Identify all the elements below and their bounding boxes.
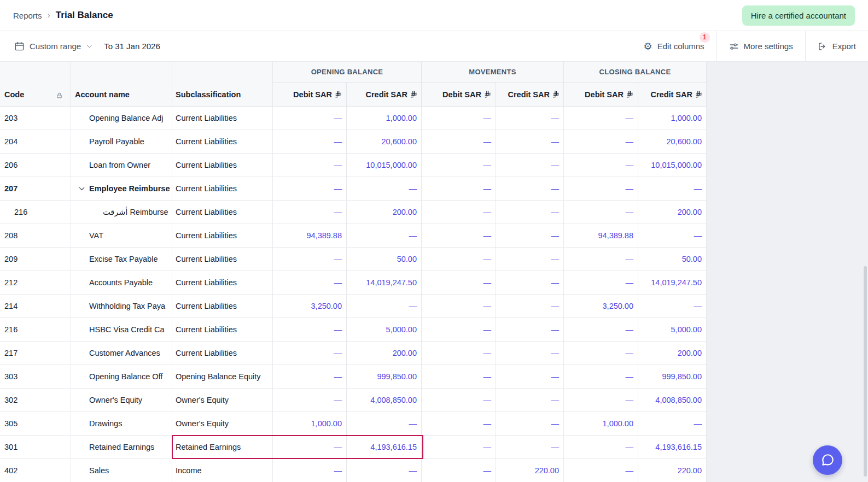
column-header-movements-debit[interactable]: Debit SAR — [422, 83, 496, 106]
cell-movements-credit: — — [496, 107, 564, 130]
saudi-riyal-symbol-icon — [410, 91, 417, 98]
cell-movements-debit: — — [422, 201, 496, 224]
column-header-closing-debit[interactable]: Debit SAR — [564, 83, 638, 106]
cell-closing-credit: 200.00 — [638, 342, 707, 365]
page-title: Trial Balance — [56, 10, 113, 21]
column-header-closing-credit[interactable]: Credit SAR — [638, 83, 707, 106]
cell-movements-credit: — — [496, 342, 564, 365]
table-row[interactable]: 204 Payroll Payable Current Liabilities … — [0, 130, 707, 154]
cell-movements-debit: — — [422, 459, 496, 482]
cell-opening-credit: — — [347, 459, 422, 482]
cell-movements-debit: — — [422, 248, 496, 271]
cell-movements-debit: — — [422, 436, 496, 459]
saudi-riyal-symbol-icon — [484, 91, 491, 98]
column-header-opening-debit[interactable]: Debit SAR — [273, 83, 347, 106]
cell-closing-debit: — — [564, 342, 638, 365]
table-row[interactable]: 305 Drawings Owner's Equity 1,000.00 — —… — [0, 412, 707, 436]
cell-opening-credit: — — [347, 412, 422, 435]
cell-movements-credit: 220.00 — [496, 459, 564, 482]
breadcrumb-reports-link[interactable]: Reports — [13, 11, 42, 20]
cell-closing-debit: — — [564, 389, 638, 412]
cell-closing-credit: — — [638, 412, 707, 435]
row-subclassification: Current Liabilities — [176, 255, 237, 263]
cell-movements-credit: — — [496, 177, 564, 200]
cell-closing-credit: 1,000.00 — [638, 107, 707, 130]
table-row[interactable]: 207 Employee Reimburse Current Liabiliti… — [0, 177, 707, 201]
row-code: 217 — [4, 349, 18, 357]
cell-movements-debit: — — [422, 342, 496, 365]
saudi-riyal-symbol-icon — [626, 91, 633, 98]
table-row[interactable]: 206 Loan from Owner Current Liabilities … — [0, 154, 707, 177]
cell-closing-debit: — — [564, 459, 638, 482]
cell-opening-credit: 200.00 — [347, 201, 422, 224]
export-button[interactable]: Export — [805, 31, 868, 62]
cell-opening-debit: 94,389.88 — [273, 224, 347, 247]
group-header-opening-balance: OPENING BALANCE Debit SAR Credit SAR — [273, 62, 422, 106]
column-header-account-name[interactable]: Account name — [71, 62, 172, 106]
breadcrumb: Reports › Trial Balance — [13, 10, 113, 21]
row-code: 207 — [4, 184, 18, 193]
column-header-code[interactable]: Code — [0, 62, 71, 106]
hire-accountant-button[interactable]: Hire a certified accountant — [742, 5, 855, 26]
row-subclassification: Current Liabilities — [176, 114, 237, 122]
to-date-label: To 31 Jan 2026 — [104, 42, 160, 51]
cell-closing-debit: — — [564, 201, 638, 224]
cell-closing-credit: 5,000.00 — [638, 318, 707, 341]
table-row[interactable]: 217 Customer Advances Current Liabilitie… — [0, 342, 707, 365]
column-header-movements-credit[interactable]: Credit SAR — [496, 83, 564, 106]
row-subclassification: Current Liabilities — [176, 302, 237, 310]
more-settings-button[interactable]: More settings — [716, 31, 805, 62]
row-account-name: Drawings — [89, 419, 122, 428]
table-row[interactable]: 216 أشرقت Reimburse Current Liabilities … — [0, 201, 707, 224]
cell-opening-debit: — — [273, 365, 347, 388]
row-subclassification: Current Liabilities — [176, 208, 237, 216]
cell-opening-credit: 999,850.00 — [347, 365, 422, 388]
cell-closing-credit: 999,850.00 — [638, 365, 707, 388]
cell-opening-debit: — — [273, 318, 347, 341]
table-row[interactable]: 212 Accounts Payable Current Liabilities… — [0, 271, 707, 295]
row-expand-chevron-icon[interactable] — [78, 185, 86, 193]
cell-movements-debit: — — [422, 365, 496, 388]
column-header-subclassification[interactable]: Subclassification — [172, 62, 273, 106]
cell-closing-credit: 14,019,247.50 — [638, 271, 707, 294]
export-label: Export — [832, 42, 856, 51]
cell-movements-debit: — — [422, 318, 496, 341]
cell-opening-credit: 4,008,850.00 — [347, 389, 422, 412]
table-row[interactable]: 216 HSBC Visa Credit Ca Current Liabilit… — [0, 318, 707, 342]
table-row[interactable]: 203 Opening Balance Adj Current Liabilit… — [0, 107, 707, 130]
table-row[interactable]: 402 Sales Income — — — 220.00 — 220.00 — [0, 459, 707, 482]
breadcrumb-separator-icon: › — [48, 10, 50, 20]
edit-columns-button[interactable]: ⚙ Edit columns 1 — [632, 31, 716, 62]
table-row[interactable]: 301 Retained Earnings Retained Earnings … — [0, 436, 707, 459]
row-account-name: أشرقت Reimburse — [103, 208, 168, 216]
table-row[interactable]: 303 Opening Balance Off Opening Balance … — [0, 365, 707, 389]
cell-closing-debit: — — [564, 271, 638, 294]
cell-closing-credit: 50.00 — [638, 248, 707, 271]
cell-opening-debit: — — [273, 154, 347, 177]
cell-opening-debit: — — [273, 342, 347, 365]
lock-icon — [56, 92, 63, 99]
table-row[interactable]: 208 VAT Current Liabilities 94,389.88 — … — [0, 224, 707, 248]
cell-movements-credit: — — [496, 154, 564, 177]
row-account-name: Opening Balance Adj — [89, 114, 163, 122]
chat-widget-button[interactable] — [813, 445, 842, 475]
cell-movements-debit: — — [422, 271, 496, 294]
row-code: 204 — [4, 137, 18, 146]
column-header-opening-credit[interactable]: Credit SAR — [347, 83, 422, 106]
edit-columns-label: Edit columns — [657, 42, 704, 51]
calendar-icon — [14, 41, 25, 51]
row-account-name: Excise Tax Payable — [89, 255, 158, 263]
table-row[interactable]: 302 Owner's Equity Owner's Equity — 4,00… — [0, 389, 707, 412]
chevron-down-icon — [86, 43, 93, 50]
vertical-scrollbar[interactable] — [864, 266, 867, 477]
cell-opening-credit: — — [347, 295, 422, 318]
range-label: Custom range — [30, 42, 81, 51]
cell-opening-credit: 200.00 — [347, 342, 422, 365]
cell-closing-credit: 220.00 — [638, 459, 707, 482]
toolbar-actions: ⚙ Edit columns 1 More settings Export — [632, 31, 868, 62]
cell-movements-debit: — — [422, 177, 496, 200]
cell-opening-credit: 1,000.00 — [347, 107, 422, 130]
table-row[interactable]: 214 Withholding Tax Paya Current Liabili… — [0, 295, 707, 318]
date-range-picker[interactable]: Custom range — [14, 41, 93, 51]
table-row[interactable]: 209 Excise Tax Payable Current Liabiliti… — [0, 248, 707, 271]
